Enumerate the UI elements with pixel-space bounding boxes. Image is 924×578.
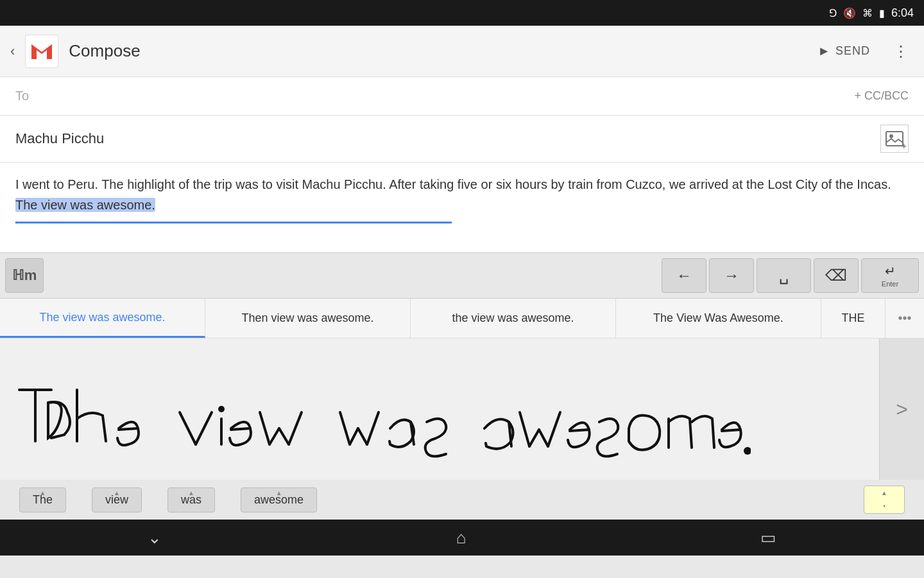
gmail-logo-svg [29, 39, 55, 64]
word-chip-the-label: The [33, 493, 53, 507]
space-button[interactable]: ␣ [757, 258, 811, 293]
to-input[interactable] [54, 89, 854, 103]
word-chip-was-label: was [181, 493, 201, 507]
wifi-icon: ⌘ [862, 7, 873, 19]
enter-button[interactable]: ↵ Enter [861, 258, 919, 293]
body-row[interactable]: I went to Peru. The highlight of the tri… [0, 162, 924, 252]
top-bar: ‹ Compose ► SEND ⋮ [0, 26, 924, 77]
word-chip-the[interactable]: The [19, 487, 66, 512]
bluetooth-icon: ⅁ [829, 7, 837, 19]
back-button[interactable]: ‹ [10, 43, 15, 60]
body-text-before: I went to Peru. The highlight of the tri… [15, 177, 891, 191]
svg-rect-1 [886, 132, 903, 146]
send-arrow-icon: ► [817, 44, 830, 58]
back-arrow-icon: ← [676, 267, 692, 285]
handwriting-area[interactable]: > [0, 338, 924, 480]
suggestion-3[interactable]: The View Was Awesome. [616, 299, 821, 338]
handwriting-canvas[interactable] [0, 338, 751, 480]
word-chip-awesome[interactable]: awesome [241, 487, 317, 512]
back-arrow-button[interactable]: ← [662, 258, 706, 293]
word-chips-row: The view was awesome . [0, 480, 924, 520]
image-icon [886, 131, 903, 146]
compose-area: To + CC/BCC Machu Picchu + I went to Per… [0, 77, 924, 252]
body-text: I went to Peru. The highlight of the tri… [15, 174, 909, 215]
word-chip-awesome-label: awesome [254, 493, 304, 507]
cc-bcc-button[interactable]: + CC/BCC [854, 89, 909, 103]
handwriting-logo-button[interactable]: ℍm [5, 258, 44, 293]
send-label: SEND [835, 44, 870, 58]
svg-point-4 [744, 447, 751, 455]
suggestions-more-button[interactable]: ••• [886, 299, 924, 338]
space-icon: ␣ [779, 267, 789, 285]
word-chip-was[interactable]: was [167, 487, 215, 512]
enter-icon: ↵ [885, 263, 896, 279]
gmail-logo [25, 35, 58, 68]
subject-row: Machu Picchu + [0, 116, 924, 162]
svg-point-3 [218, 406, 225, 412]
suggestion-0[interactable]: The view was awesome. [0, 299, 205, 338]
delete-button[interactable]: ⌫ [814, 258, 859, 293]
nav-home-button[interactable]: ⌂ [456, 528, 466, 548]
next-page-button[interactable]: > [879, 338, 924, 480]
keyboard-toolbar: ℍm ← → ␣ ⌫ ↵ Enter [0, 252, 924, 299]
suggestion-4[interactable]: THE [821, 299, 886, 338]
nav-recents-button[interactable]: ▭ [760, 528, 776, 548]
forward-arrow-icon: → [724, 267, 739, 285]
handwriting-logo-icon: ℍm [12, 267, 37, 284]
status-time: 6:04 [891, 6, 914, 20]
delete-icon: ⌫ [825, 267, 847, 285]
compose-title: Compose [69, 41, 800, 61]
word-chip-view[interactable]: view [92, 487, 142, 512]
text-cursor-line [15, 222, 452, 223]
more-options-button[interactable]: ⋮ [888, 37, 914, 66]
suggestion-2[interactable]: the view was awesome. [411, 299, 616, 338]
forward-arrow-button[interactable]: → [709, 258, 754, 293]
status-icons: ⅁ 🔇 ⌘ ▮ 6:04 [829, 6, 914, 20]
send-button[interactable]: ► SEND [810, 39, 878, 64]
body-highlighted-text: The view was awesome. [15, 198, 155, 212]
attach-plus-icon: + [902, 141, 907, 151]
mute-icon: 🔇 [843, 7, 856, 19]
subject-input[interactable]: Machu Picchu [15, 130, 880, 147]
nav-back-button[interactable]: ⌄ [148, 528, 162, 548]
suggestion-1[interactable]: Then view was awesome. [205, 299, 411, 338]
suggestions-bar: The view was awesome. Then view was awes… [0, 299, 924, 338]
enter-label: Enter [882, 280, 898, 288]
word-chip-period[interactable]: . [864, 486, 905, 514]
nav-bar: ⌄ ⌂ ▭ [0, 520, 924, 556]
svg-point-2 [889, 134, 893, 138]
to-label: To [15, 89, 54, 103]
to-row: To + CC/BCC [0, 77, 924, 116]
status-bar: ⅁ 🔇 ⌘ ▮ 6:04 [0, 0, 924, 26]
word-chip-view-label: view [105, 493, 128, 507]
word-chip-period-label: . [882, 496, 886, 510]
attach-button[interactable]: + [880, 125, 909, 153]
battery-icon: ▮ [879, 7, 885, 19]
